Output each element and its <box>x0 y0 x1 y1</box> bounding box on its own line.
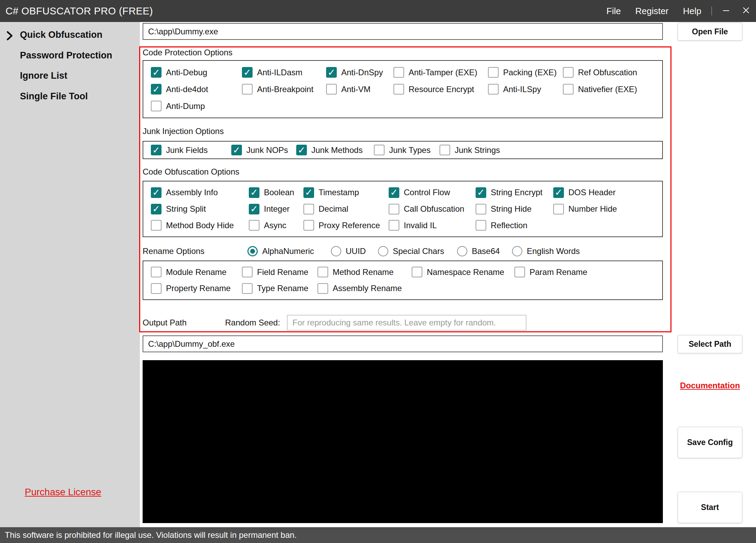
checkbox-box <box>151 101 162 111</box>
checkbox-string-split[interactable]: String Split <box>151 204 249 214</box>
checkbox-string-encrypt[interactable]: String Encrypt <box>476 187 553 198</box>
checkbox-box <box>296 145 307 155</box>
checkbox-anti-debug[interactable]: Anti-Debug <box>151 67 242 78</box>
checkbox-label: String Split <box>166 204 206 214</box>
checkbox-junk-fields[interactable]: Junk Fields <box>151 145 231 155</box>
radio-alphanumeric[interactable]: AlphaNumeric <box>247 246 331 256</box>
radio-english-words[interactable]: English Words <box>512 246 580 256</box>
checkbox-box <box>151 267 162 277</box>
checkbox-resource-encrypt[interactable]: Resource Encrypt <box>393 84 488 95</box>
checkbox-boolean[interactable]: Boolean <box>249 187 303 198</box>
checkbox-control-flow[interactable]: Control Flow <box>389 187 476 198</box>
input-file-path[interactable] <box>143 23 663 40</box>
checkbox-integer[interactable]: Integer <box>249 204 303 214</box>
checkbox-label: Call Obfuscation <box>404 204 464 214</box>
checkbox-anti-vm[interactable]: Anti-VM <box>326 84 393 95</box>
checkbox-label: Junk Types <box>389 145 431 155</box>
checkbox-label: Anti-Tamper (EXE) <box>409 68 477 77</box>
menu-register[interactable]: Register <box>628 0 676 22</box>
checkbox-dos-header[interactable]: DOS Header <box>553 187 615 198</box>
checkbox-packing-exe[interactable]: Packing (EXE) <box>488 67 563 78</box>
checkbox-type-rename[interactable]: Type Rename <box>242 283 318 294</box>
sidebar-item-password-protection[interactable]: Password Protection <box>20 50 112 61</box>
checkbox-decimal[interactable]: Decimal <box>303 204 389 214</box>
random-seed-input[interactable] <box>287 315 526 331</box>
select-path-button[interactable]: Select Path <box>678 335 742 353</box>
checkbox-call-obfuscation[interactable]: Call Obfuscation <box>389 204 476 214</box>
checkbox-junk-methods[interactable]: Junk Methods <box>296 145 374 155</box>
checkbox-box <box>563 67 574 78</box>
checkbox-reflection[interactable]: Reflection <box>476 220 527 231</box>
checkbox-anti-ilspy[interactable]: Anti-ILSpy <box>488 84 563 95</box>
radio-base64[interactable]: Base64 <box>457 246 512 256</box>
checkbox-string-hide[interactable]: String Hide <box>476 204 553 214</box>
close-button[interactable] <box>736 0 756 22</box>
checkbox-field-rename[interactable]: Field Rename <box>242 267 318 277</box>
checkbox-proxy-reference[interactable]: Proxy Reference <box>303 220 389 231</box>
sidebar-item-quick-obfuscation[interactable]: Quick Obfuscation <box>20 30 102 40</box>
checkbox-label: Field Rename <box>257 267 308 277</box>
checkbox-ref-obfuscation[interactable]: Ref Obfuscation <box>563 67 637 78</box>
radio-label: English Words <box>527 246 580 256</box>
checkbox-nativefier-exe[interactable]: Nativefier (EXE) <box>563 84 637 95</box>
checkbox-async[interactable]: Async <box>249 220 303 231</box>
checkbox-row: String Split Integer Decimal Call Obfusc… <box>151 204 662 214</box>
checkbox-box <box>476 220 486 231</box>
checkbox-box <box>151 145 162 155</box>
documentation-link[interactable]: Documentation <box>678 381 742 390</box>
checkbox-anti-ildasm[interactable]: Anti-ILDasm <box>242 67 326 78</box>
checkbox-label: Timestamp <box>319 188 359 197</box>
open-file-button[interactable]: Open File <box>678 23 742 41</box>
radio-circle <box>331 246 341 256</box>
checkbox-junk-types[interactable]: Junk Types <box>374 145 440 155</box>
checkbox-label: Anti-ILSpy <box>503 85 541 94</box>
checkbox-method-rename[interactable]: Method Rename <box>318 267 412 277</box>
checkbox-label: Anti-ILDasm <box>257 68 302 77</box>
sidebar-item-single-file-tool[interactable]: Single File Tool <box>20 91 88 102</box>
menu-file[interactable]: File <box>599 0 628 22</box>
checkbox-invalid-il[interactable]: Invalid IL <box>389 220 476 231</box>
checkbox-box <box>393 67 404 78</box>
status-bar-text: This software is prohibited for illegal … <box>5 530 297 540</box>
sidebar-item-ignore-list[interactable]: Ignore List <box>20 70 67 81</box>
save-config-button[interactable]: Save Config <box>678 427 742 458</box>
menu-help[interactable]: Help <box>676 0 709 22</box>
checkbox-box <box>303 187 314 198</box>
radio-special-chars[interactable]: Special Chars <box>378 246 457 256</box>
checkbox-box <box>151 283 162 294</box>
checkbox-param-rename[interactable]: Param Rename <box>514 267 587 277</box>
checkbox-assembly-rename[interactable]: Assembly Rename <box>318 283 402 294</box>
checkbox-junk-strings[interactable]: Junk Strings <box>440 145 500 155</box>
checkbox-timestamp[interactable]: Timestamp <box>303 187 389 198</box>
radio-uuid[interactable]: UUID <box>331 246 378 256</box>
checkbox-anti-de4dot[interactable]: Anti-de4dot <box>151 84 242 95</box>
checkbox-module-rename[interactable]: Module Rename <box>151 267 242 277</box>
checkbox-namespace-rename[interactable]: Namespace Rename <box>412 267 514 277</box>
checkbox-anti-tamper-exe[interactable]: Anti-Tamper (EXE) <box>393 67 488 78</box>
checkbox-method-body-hide[interactable]: Method Body Hide <box>151 220 249 231</box>
checkbox-row: Anti-Debug Anti-ILDasm Anti-DnSpy Anti-T… <box>151 67 662 78</box>
purchase-license-link[interactable]: Purchase License <box>25 487 101 498</box>
checkbox-label: Assembly Rename <box>333 284 402 293</box>
checkbox-property-rename[interactable]: Property Rename <box>151 283 242 294</box>
checkbox-label: Anti-Dump <box>166 101 205 111</box>
start-button[interactable]: Start <box>678 492 742 523</box>
minimize-button[interactable] <box>716 0 736 22</box>
output-file-path[interactable] <box>143 335 663 352</box>
checkbox-box <box>249 204 259 214</box>
checkbox-label: Method Body Hide <box>166 221 234 230</box>
checkbox-label: String Encrypt <box>491 188 543 197</box>
checkbox-anti-breakpoint[interactable]: Anti-Breakpoint <box>242 84 326 95</box>
checkbox-anti-dnspy[interactable]: Anti-DnSpy <box>326 67 393 78</box>
checkbox-box <box>249 187 259 198</box>
checkbox-number-hide[interactable]: Number Hide <box>553 204 617 214</box>
radio-circle <box>457 246 467 256</box>
random-seed-label: Random Seed: <box>225 318 280 328</box>
checkbox-anti-dump[interactable]: Anti-Dump <box>151 101 242 111</box>
checkbox-junk-nops[interactable]: Junk NOPs <box>231 145 296 155</box>
app-title: C# OBFUSCATOR PRO (FREE) <box>0 5 153 17</box>
checkbox-box <box>440 145 450 155</box>
checkbox-assembly-info[interactable]: Assembly Info <box>151 187 249 198</box>
radio-circle <box>378 246 388 256</box>
checkbox-box <box>151 84 162 95</box>
